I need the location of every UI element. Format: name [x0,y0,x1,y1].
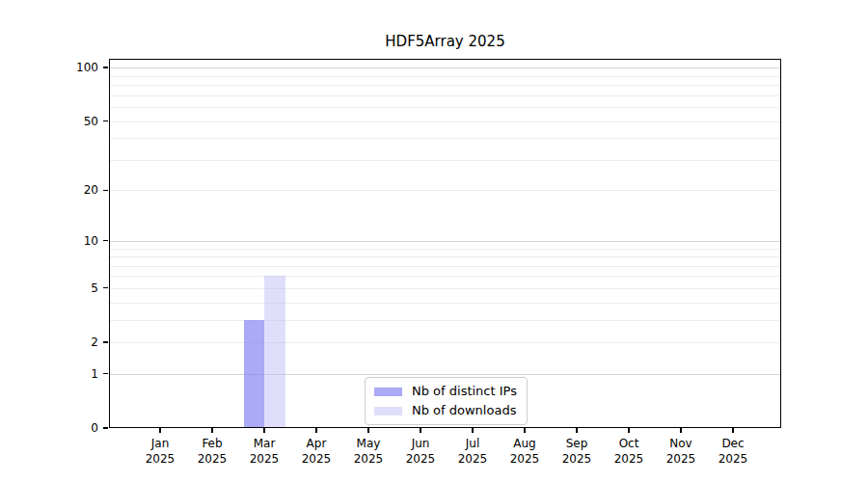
y-tick-label: 5 [41,281,98,296]
x-tick-mark [367,428,368,433]
legend-swatch-downloads [374,407,402,415]
y-tick-label: 1 [41,366,98,382]
gridline-minor [109,76,781,77]
gridline-minor [109,138,781,139]
y-tick-label: 50 [41,114,98,129]
y-tick-mark [103,240,108,241]
x-tick-mark [315,428,316,433]
y-tick-mark [103,120,108,121]
gridline-major [109,67,781,68]
y-tick-label: 20 [41,182,98,198]
gridline-minor [109,107,781,108]
y-tick-mark [103,373,108,374]
legend-item-downloads: Nb of downloads [374,402,517,419]
bar-distinct-ips [244,320,265,428]
x-tick-mark [680,428,681,433]
x-tick-mark [211,428,212,433]
y-tick-mark [103,287,108,288]
legend-item-distinct-ips: Nb of distinct IPs [374,383,517,400]
x-tick-mark [576,428,577,433]
x-tick-mark [420,428,420,433]
legend: Nb of distinct IPs Nb of downloads [365,377,528,425]
gridline-minor [109,121,781,122]
y-tick-mark [103,67,108,67]
x-tick-year: 2025 [702,451,764,467]
x-tick-mark [472,428,473,433]
y-tick-label: 10 [41,233,98,249]
gridline-minor [109,303,781,304]
gridline-minor [109,249,781,250]
gridline-minor [109,256,781,257]
x-tick-mark [732,428,733,433]
gridline-major [109,241,781,242]
gridline-minor [109,288,781,289]
gridline-minor [109,85,781,86]
y-tick-mark [103,190,108,191]
y-tick-label: 2 [41,335,98,350]
gridline-minor [109,160,781,161]
gridline-minor [109,342,781,343]
y-tick-mark [103,341,108,342]
gridline-minor [109,276,781,277]
gridline-major [109,374,781,375]
legend-swatch-distinct-ips [374,388,402,396]
y-tick-mark [103,427,108,428]
bar-downloads [264,276,285,428]
chart-title: HDF5Array 2025 [109,33,781,50]
x-tick-mark [524,428,525,433]
gridline-minor [109,320,781,321]
y-tick-label: 0 [41,420,98,436]
legend-label-distinct-ips: Nb of distinct IPs [412,383,517,400]
chart-figure: HDF5Array 2025 0125102050100Jan2025Feb20… [0,0,868,482]
x-tick-mark [628,428,629,433]
gridline-minor [109,95,781,96]
x-tick-mark [263,428,264,433]
x-tick-mark [159,428,160,433]
gridline-minor [109,266,781,267]
gridline-minor [109,190,781,191]
y-tick-label: 100 [41,60,98,75]
legend-label-downloads: Nb of downloads [412,402,516,419]
x-tick-label: Dec2025 [702,436,764,467]
plot-border [109,59,781,428]
